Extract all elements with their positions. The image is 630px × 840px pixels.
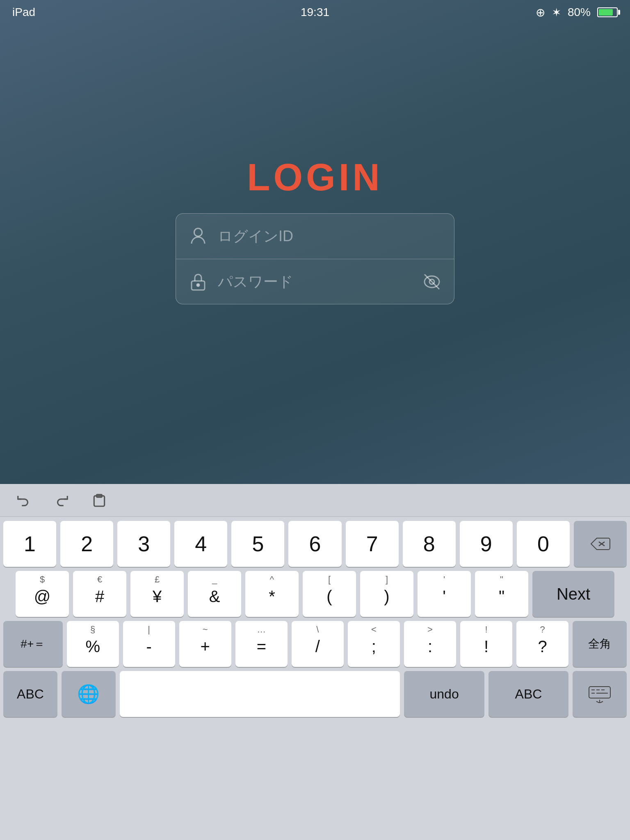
- delete-key[interactable]: [574, 521, 627, 567]
- key-close-paren[interactable]: ] ): [360, 571, 413, 617]
- zenkaku-label: 全角: [588, 636, 611, 652]
- globe-key[interactable]: 🌐: [62, 671, 116, 717]
- battery-fill: [599, 9, 613, 16]
- key-minus[interactable]: | -: [123, 621, 175, 667]
- key-semicolon[interactable]: < ;: [348, 621, 400, 667]
- globe-icon: 🌐: [77, 683, 100, 705]
- next-label: Next: [557, 585, 590, 603]
- clipboard-toolbar-button[interactable]: [88, 489, 111, 512]
- keyboard-toolbar: [0, 484, 630, 517]
- key-3[interactable]: 3: [117, 521, 170, 567]
- key-open-paren[interactable]: [ (: [303, 571, 356, 617]
- battery-icon: [597, 7, 618, 17]
- abc2-key[interactable]: ABC: [488, 671, 568, 717]
- symbol-row: $ @ € # £ ¥ _ & ^ *: [3, 571, 627, 617]
- key-exclamation[interactable]: ! !: [460, 621, 512, 667]
- number-row: 1 2 3 4 5 6 7 8 9 0: [3, 521, 627, 567]
- location-icon: ⊕: [536, 6, 545, 19]
- status-time: 19:31: [301, 6, 329, 19]
- symbols-shift-label: #+＝: [21, 636, 45, 652]
- next-key[interactable]: Next: [532, 571, 614, 617]
- key-colon[interactable]: > :: [404, 621, 456, 667]
- key-8[interactable]: 8: [403, 521, 456, 567]
- password-input[interactable]: [218, 273, 412, 290]
- bottom-row: ABC 🌐 undo ABC: [3, 671, 627, 717]
- undo-toolbar-button[interactable]: [12, 489, 35, 512]
- key-slash[interactable]: \ /: [292, 621, 344, 667]
- key-hash[interactable]: € #: [73, 571, 126, 617]
- key-ampersand[interactable]: _ &: [188, 571, 241, 617]
- svg-rect-9: [589, 687, 610, 698]
- username-input[interactable]: [218, 228, 442, 245]
- key-at[interactable]: $ @: [16, 571, 69, 617]
- key-single-quote[interactable]: ' ': [418, 571, 471, 617]
- key-6[interactable]: 6: [288, 521, 341, 567]
- space-key[interactable]: [120, 671, 400, 717]
- user-icon: [188, 226, 208, 246]
- key-percent[interactable]: § %: [67, 621, 119, 667]
- abc-key[interactable]: ABC: [3, 671, 57, 717]
- username-field[interactable]: [176, 214, 454, 259]
- key-double-quote[interactable]: " ": [475, 571, 528, 617]
- svg-point-1: [197, 284, 199, 286]
- status-bar: iPad 19:31 ⊕ ✶ 80%: [0, 0, 630, 25]
- redo-toolbar-button[interactable]: [50, 489, 73, 512]
- undo-key[interactable]: undo: [404, 671, 484, 717]
- undo-label: undo: [430, 687, 459, 702]
- key-2[interactable]: 2: [60, 521, 113, 567]
- bluetooth-icon: ✶: [552, 6, 561, 19]
- eye-hidden-icon[interactable]: [422, 272, 442, 292]
- lock-icon: [188, 272, 208, 292]
- keyboard-rows: 1 2 3 4 5 6 7 8 9 0 $ @: [0, 517, 630, 717]
- key-question[interactable]: ? ?: [516, 621, 568, 667]
- symbols-shift-key[interactable]: #+＝: [3, 621, 63, 667]
- key-9[interactable]: 9: [460, 521, 513, 567]
- login-form: [176, 213, 454, 304]
- keyboard-dismiss-icon: [587, 685, 612, 703]
- keyboard: 1 2 3 4 5 6 7 8 9 0 $ @: [0, 484, 630, 840]
- key-equals[interactable]: … =: [235, 621, 288, 667]
- keyboard-dismiss-key[interactable]: [573, 671, 627, 717]
- key-yen[interactable]: £ ¥: [130, 571, 184, 617]
- backspace-icon: [589, 536, 611, 551]
- key-asterisk[interactable]: ^ *: [245, 571, 299, 617]
- key-5[interactable]: 5: [231, 521, 284, 567]
- key-7[interactable]: 7: [346, 521, 399, 567]
- password-field[interactable]: [176, 259, 454, 304]
- abc-label: ABC: [17, 687, 44, 702]
- punctuation-row: #+＝ § % | - ~ + … = \: [3, 621, 627, 667]
- key-1[interactable]: 1: [3, 521, 56, 567]
- key-4[interactable]: 4: [174, 521, 227, 567]
- zenkaku-key[interactable]: 全角: [573, 621, 627, 667]
- battery-percent: 80%: [568, 6, 591, 19]
- key-plus[interactable]: ~ +: [179, 621, 231, 667]
- status-right: ⊕ ✶ 80%: [536, 6, 618, 19]
- device-name: iPad: [12, 6, 35, 19]
- key-0[interactable]: 0: [517, 521, 570, 567]
- abc2-label: ABC: [515, 687, 542, 702]
- login-title: LOGIN: [247, 156, 383, 199]
